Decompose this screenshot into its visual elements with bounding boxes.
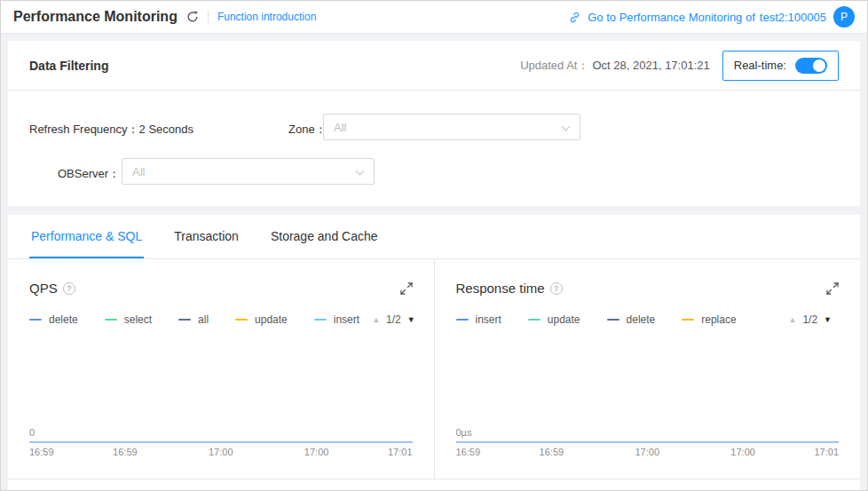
refresh-icon[interactable] [186, 11, 199, 23]
zone-select[interactable]: All [323, 114, 580, 140]
legend-next-icon[interactable]: ▼ [824, 315, 832, 324]
legend-label: select [124, 313, 152, 326]
legend-swatch [105, 319, 117, 321]
x-tick: 17:01 [814, 447, 839, 457]
legend-pagination: ▲ 1/2 ▼ [788, 313, 832, 326]
help-icon[interactable]: ? [550, 282, 563, 295]
zone-select-value: All [334, 121, 346, 134]
legend-prev-icon[interactable]: ▲ [372, 315, 380, 324]
legend-label: update [548, 313, 580, 326]
link-icon [569, 12, 580, 23]
legend-item[interactable]: all [178, 313, 209, 326]
tenant-name: test2:100005 [760, 11, 826, 24]
chart-legend: delete select all update insert ▲ 1/2 ▼ [29, 313, 413, 326]
legend-item[interactable]: insert [456, 313, 501, 326]
legend-item[interactable]: delete [607, 313, 656, 326]
refresh-frequency-label-text: Refresh Frequency： [29, 123, 139, 136]
chevron-down-icon [356, 167, 365, 176]
legend-label: all [198, 313, 209, 326]
chart-title: Response time [456, 281, 545, 296]
chart-legend: insert update delete replace ▲ 1/2 ▼ [456, 313, 840, 326]
legend-pagination: ▲ 1/2 ▼ [372, 313, 415, 326]
y-axis-zero-label: 0µs [456, 427, 472, 438]
zone-label: Zone： [288, 122, 327, 138]
legend-next-icon[interactable]: ▼ [407, 315, 415, 324]
panel-head: Response time ? [456, 281, 840, 296]
monitoring-card: Performance & SQL Transaction Storage an… [8, 215, 860, 490]
chart-panel-qps: QPS ? delete select all update insert ▲ … [8, 259, 434, 479]
legend-label: update [255, 313, 288, 326]
refresh-frequency-label: Refresh Frequency：2 Seconds [29, 122, 193, 138]
legend-item[interactable]: update [235, 313, 288, 326]
legend-swatch [235, 319, 248, 321]
legend-label: insert [334, 313, 359, 326]
charts-row: QPS ? delete select all update insert ▲ … [8, 259, 860, 479]
x-tick: 16:59 [113, 447, 138, 457]
response-time-chart-area[interactable]: 0µs 16:59 16:59 17:00 17:00 17:01 [456, 328, 840, 470]
tab-bar: Performance & SQL Transaction Storage an… [8, 215, 860, 259]
legend-swatch [29, 319, 42, 321]
legend-swatch [178, 319, 191, 321]
legend-label: delete [49, 313, 78, 326]
x-tick: 17:00 [635, 447, 659, 457]
observer-select-value: All [132, 165, 145, 178]
function-introduction-link[interactable]: Function introduction [217, 11, 316, 23]
y-axis-zero-label: 0 [29, 427, 35, 438]
filter-body: Refresh Frequency：2 Seconds Zone： All OB… [8, 91, 860, 205]
qps-chart-area[interactable]: 0 16:59 16:59 17:00 17:00 17:01 [29, 328, 413, 470]
legend-item[interactable]: replace [682, 313, 736, 326]
legend-label: replace [701, 313, 736, 326]
legend-item[interactable]: update [528, 313, 580, 326]
realtime-switch[interactable] [795, 58, 827, 74]
goto-performance-link[interactable]: Go to Performance Monitoring of test2:10… [588, 11, 826, 24]
x-tick: 17:00 [304, 447, 329, 457]
legend-item[interactable]: select [105, 313, 152, 326]
x-tick: 17:00 [209, 447, 233, 457]
flat-series-line [29, 441, 413, 443]
x-axis-ticks: 16:59 16:59 17:00 17:00 17:01 [29, 447, 413, 461]
legend-label: delete [627, 313, 656, 326]
goto-link-text: Go to Performance Monitoring of [588, 11, 755, 24]
realtime-label: Real-time: [734, 59, 786, 72]
legend-item[interactable]: insert [314, 313, 359, 326]
refresh-frequency-value: 2 Seconds [139, 123, 193, 136]
topbar: Performance Monitoring Function introduc… [1, 1, 867, 34]
x-tick: 16:59 [29, 447, 54, 457]
page-title: Performance Monitoring [13, 9, 178, 25]
topbar-left: Performance Monitoring Function introduc… [13, 9, 316, 25]
x-tick: 17:01 [388, 447, 413, 457]
switch-knob [813, 59, 825, 72]
observer-select[interactable]: All [122, 158, 375, 185]
realtime-toggle-box[interactable]: Real-time: [722, 51, 839, 81]
legend-swatch [607, 319, 619, 321]
fullscreen-icon[interactable] [826, 282, 839, 295]
legend-page-indicator: 1/2 [802, 313, 817, 326]
updated-at-label: Updated At： [520, 58, 588, 74]
updated-at-value: Oct 28, 2021, 17:01:21 [592, 59, 709, 72]
fullscreen-icon[interactable] [400, 282, 413, 295]
legend-item[interactable]: delete [29, 313, 78, 326]
tab-transaction[interactable]: Transaction [172, 215, 241, 258]
tab-storage-cache[interactable]: Storage and Cache [269, 215, 380, 258]
legend-page-indicator: 1/2 [386, 313, 401, 326]
panel-head: QPS ? [29, 281, 413, 296]
legend-swatch [314, 319, 327, 321]
page: Performance Monitoring Function introduc… [0, 0, 868, 491]
flat-series-line [456, 441, 840, 443]
x-tick: 16:59 [456, 447, 481, 457]
divider [208, 11, 209, 23]
chart-title: QPS [29, 281, 58, 296]
data-filtering-card: Data Filtering Updated At： Oct 28, 2021,… [8, 41, 860, 206]
x-axis-ticks: 16:59 16:59 17:00 17:00 17:01 [456, 447, 840, 461]
tab-performance-sql[interactable]: Performance & SQL [29, 215, 144, 258]
filter-title: Data Filtering [29, 59, 108, 73]
legend-label: insert [476, 313, 501, 326]
topbar-right: Go to Performance Monitoring of test2:10… [569, 6, 855, 28]
legend-swatch [528, 319, 541, 321]
filter-header-right: Updated At： Oct 28, 2021, 17:01:21 Real-… [520, 51, 839, 81]
avatar[interactable]: P [833, 6, 855, 28]
help-icon[interactable]: ? [63, 282, 75, 295]
x-tick: 17:00 [730, 447, 755, 457]
legend-prev-icon[interactable]: ▲ [788, 315, 796, 324]
chevron-down-icon [562, 123, 571, 131]
